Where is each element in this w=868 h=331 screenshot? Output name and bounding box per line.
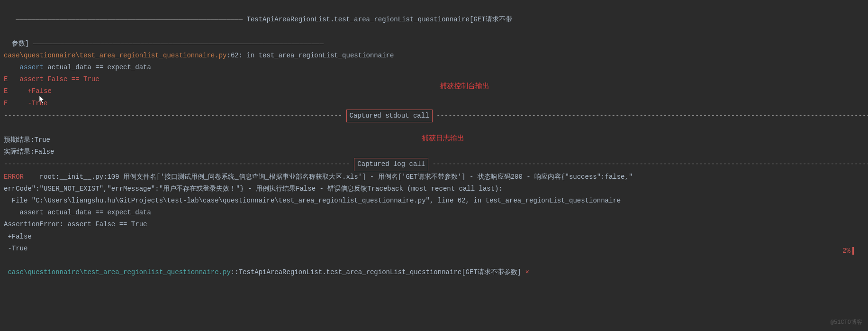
progress-percent: 2% (842, 245, 854, 257)
log-label: Captured log call (354, 158, 428, 171)
error-text: assert False == True (8, 75, 99, 83)
footer-path: case\questionnaire\test_area_regionlist_… (4, 268, 231, 276)
error-line-3: E -True (4, 98, 864, 110)
assert-expr: actual_data == expect_data (44, 64, 151, 71)
footer-test: TestApiAreaRegionList.test_area_regionLi… (239, 268, 521, 276)
dash-left: ----------------------------------------… (4, 160, 354, 168)
fail-marker: × (521, 268, 529, 276)
error-text: +False (8, 87, 51, 95)
assert-line: assert actual_data == expect_data (4, 62, 864, 74)
error-line-1: E assert False == True (4, 74, 864, 85)
stdout-separator: ----------------------------------------… (4, 110, 864, 122)
percent-value: 2% (842, 247, 850, 255)
trace-file-line: case\questionnaire\test_area_regionlist_… (4, 50, 864, 62)
watermark-text: @51CTO博客 (831, 318, 862, 328)
log-separator: ----------------------------------------… (4, 158, 864, 171)
log-level: ERROR (4, 173, 24, 181)
trace-location: :62: in test_area_regionList_questionnai… (226, 52, 394, 59)
error-line-2: E +False (4, 85, 864, 97)
log-line-1: ERROR root:__init__.py:109 用例文件名['接口测试用例… (4, 171, 864, 183)
assert-keyword: assert (20, 64, 44, 71)
log-line-5: AssertionError: assert False == True (4, 219, 864, 230)
blank-line-2 (4, 255, 864, 267)
separator-dash: ————————————————————————————————————————… (12, 16, 247, 23)
separator-dash: ————————————————————————————————————————… (29, 40, 324, 47)
annotation-stdout: 捕获控制台输出 (440, 80, 489, 92)
test-params-cont: 参数] (12, 40, 29, 47)
stdout-label: Captured stdout call (346, 110, 433, 122)
actual-result: 实际结果:False (4, 146, 864, 158)
test-header-line-2: 参数] ————————————————————————————————————… (4, 26, 864, 49)
log-content: root:__init__.py:109 用例文件名['接口测试用例_问卷系统_… (24, 173, 633, 181)
log-line-2: errCode":"USER_NOT_EXIST","errMessage":"… (4, 183, 864, 195)
log-line-6: +False (4, 231, 864, 243)
log-line-7: -True (4, 243, 864, 255)
percent-bar-icon (852, 247, 854, 255)
dash-left: ----------------------------------------… (4, 112, 346, 120)
footer-sep: :: (231, 268, 239, 276)
dash-right: ----------------------------------------… (428, 160, 868, 168)
annotation-log: 捕获日志输出 (422, 132, 464, 145)
dash-right: ----------------------------------------… (433, 112, 868, 120)
error-text: -True (8, 100, 47, 107)
trace-file-path: case\questionnaire\test_area_regionlist_… (4, 52, 226, 59)
footer-result-line: case\questionnaire\test_area_regionlist_… (4, 267, 864, 278)
test-header-line: ————————————————————————————————————————… (4, 2, 864, 26)
log-line-3: File "C:\Users\liangshu.hu\GitProjects\t… (4, 195, 864, 207)
log-line-4: assert actual_data == expect_data (4, 207, 864, 219)
test-class-method: TestApiAreaRegionList.test_area_regionLi… (247, 16, 512, 23)
